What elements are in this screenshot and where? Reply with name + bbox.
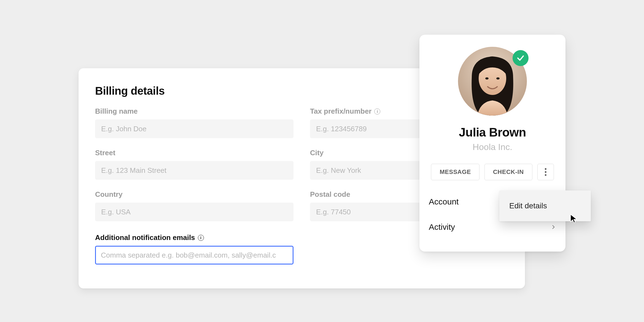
street-field: Street	[95, 149, 293, 180]
profile-company: Hoola Inc.	[473, 142, 512, 152]
tax-prefix-label-text: Tax prefix/number	[310, 107, 371, 116]
billing-name-label: Billing name	[95, 107, 293, 116]
avatar-wrap	[458, 47, 527, 116]
additional-emails-input[interactable]	[95, 246, 293, 264]
additional-emails-label-text: Additional notification emails	[95, 233, 195, 242]
info-icon[interactable]	[374, 108, 380, 114]
street-input[interactable]	[95, 161, 293, 180]
svg-point-3	[496, 77, 500, 80]
country-field: Country	[95, 190, 293, 221]
info-icon[interactable]	[198, 235, 204, 241]
checkin-button[interactable]: CHECK-IN	[484, 164, 532, 180]
billing-name-field: Billing name	[95, 107, 293, 138]
profile-action-row: MESSAGE CHECK-IN	[431, 164, 554, 180]
message-button[interactable]: MESSAGE	[431, 164, 479, 180]
activity-row-label: Activity	[429, 222, 455, 232]
account-row-label: Account	[429, 197, 459, 206]
chevron-right-icon	[551, 222, 556, 232]
profile-name: Julia Brown	[459, 125, 526, 139]
country-label: Country	[95, 190, 293, 199]
dots-vertical-icon	[545, 168, 546, 170]
verified-check-icon	[513, 50, 529, 66]
svg-point-2	[485, 77, 489, 80]
country-input[interactable]	[95, 203, 293, 221]
cursor-icon	[569, 214, 579, 223]
street-label: Street	[95, 149, 293, 157]
more-options-button[interactable]	[537, 164, 554, 180]
billing-name-input[interactable]	[95, 119, 293, 138]
